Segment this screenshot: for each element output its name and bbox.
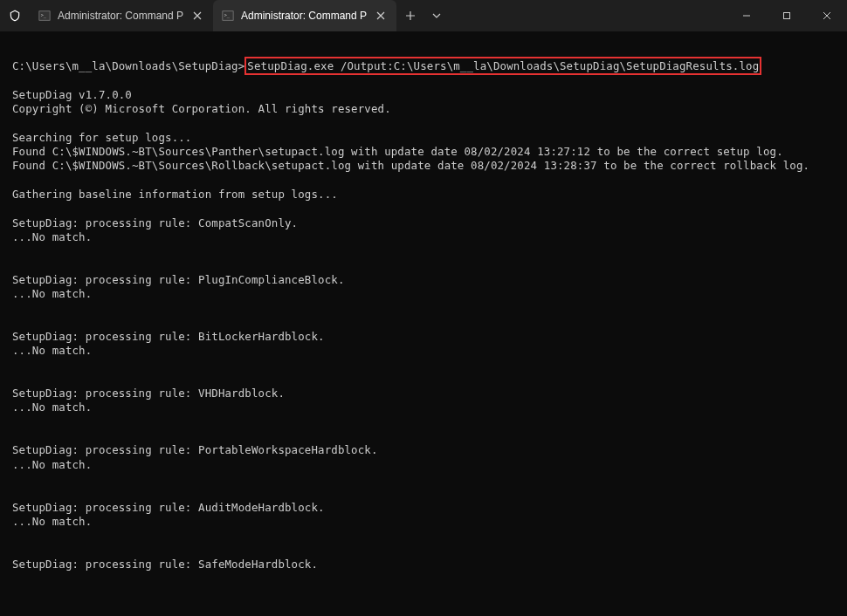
- terminal-line: SetupDiag: processing rule: CompatScanOn…: [12, 216, 298, 229]
- terminal-line: SetupDiag: processing rule: VHDHardblock…: [12, 387, 285, 400]
- tabs-container: >_ Administrator: Command Prom >_: [30, 0, 396, 31]
- svg-rect-4: [784, 13, 790, 19]
- terminal-line: ...No match.: [12, 458, 92, 471]
- terminal-line: Found C:\$WINDOWS.~BT\Sources\Panther\se…: [12, 145, 783, 158]
- command-highlight: SetupDiag.exe /Output:C:\Users\m__la\Dow…: [244, 57, 761, 75]
- tab-title: Administrator: Command Prom: [58, 10, 183, 22]
- terminal-line: ...No match.: [12, 515, 92, 528]
- cmd-icon: >_: [222, 10, 234, 22]
- terminal-line: Found C:\$WINDOWS.~BT\Sources\Rollback\s…: [12, 159, 809, 172]
- terminal-line: SetupDiag v1.7.0.0: [12, 88, 132, 101]
- shield-icon: [0, 0, 30, 31]
- terminal-line: Searching for setup logs...: [12, 131, 191, 144]
- prompt: C:\Users\m__la\Downloads\SetupDiag>: [12, 59, 244, 72]
- close-window-button[interactable]: [807, 0, 847, 31]
- tab-title: Administrator: Command Pron: [241, 10, 367, 22]
- svg-text:>_: >_: [41, 12, 47, 18]
- svg-text:>_: >_: [224, 12, 231, 18]
- cmd-icon: >_: [38, 10, 51, 22]
- titlebar: >_ Administrator: Command Prom >_: [0, 0, 847, 31]
- terminal-line: ...No match.: [12, 344, 92, 357]
- terminal-line: SetupDiag: processing rule: SafeModeHard…: [12, 558, 318, 571]
- minimize-button[interactable]: [726, 0, 767, 31]
- terminal-line: ...No match.: [12, 230, 92, 243]
- tab-active[interactable]: >_ Administrator: Command Pron: [213, 0, 396, 31]
- new-tab-button[interactable]: [396, 0, 424, 31]
- terminal-line: ...No match.: [12, 287, 92, 300]
- tab-inactive[interactable]: >_ Administrator: Command Prom: [30, 0, 213, 31]
- terminal-line: SetupDiag: processing rule: PlugInCompli…: [12, 273, 345, 286]
- maximize-button[interactable]: [767, 0, 807, 31]
- terminal-output[interactable]: C:\Users\m__la\Downloads\SetupDiag>Setup…: [0, 31, 847, 585]
- close-icon[interactable]: [374, 9, 388, 23]
- window-controls: [726, 0, 847, 31]
- terminal-line: Gathering baseline information from setu…: [12, 188, 338, 201]
- terminal-line: ...No match.: [12, 400, 92, 414]
- close-icon[interactable]: [190, 9, 204, 23]
- terminal-line: SetupDiag: processing rule: PortableWork…: [12, 443, 378, 456]
- terminal-line: SetupDiag: processing rule: BitLockerHar…: [12, 330, 325, 343]
- terminal-line: SetupDiag: processing rule: AuditModeHar…: [12, 501, 325, 514]
- chevron-down-icon[interactable]: [424, 0, 449, 31]
- terminal-line: Copyright (©) Microsoft Corporation. All…: [12, 102, 391, 115]
- titlebar-left: >_ Administrator: Command Prom >_: [0, 0, 449, 31]
